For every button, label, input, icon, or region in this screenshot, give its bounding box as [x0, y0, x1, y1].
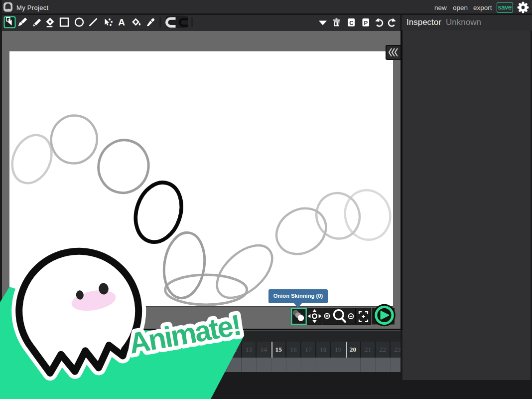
svg-text:A: A	[118, 17, 125, 27]
svg-text:P: P	[364, 20, 368, 26]
svg-text:C: C	[349, 20, 353, 26]
